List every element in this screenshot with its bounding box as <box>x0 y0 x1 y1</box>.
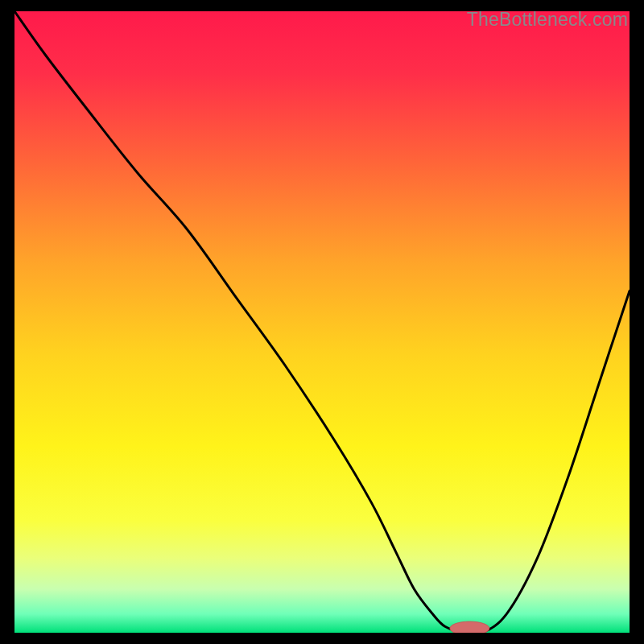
watermark-text: TheBottleneck.com <box>467 9 628 31</box>
bottleneck-chart <box>14 11 630 633</box>
chart-frame <box>14 11 630 633</box>
gradient-background <box>14 11 630 633</box>
optimal-point-marker <box>450 621 489 633</box>
